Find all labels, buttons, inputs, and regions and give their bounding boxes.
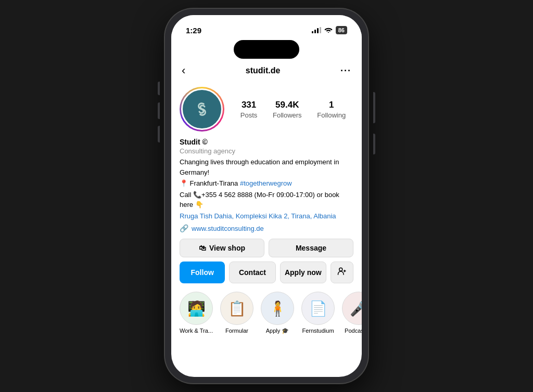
nav-bar: ‹ studit.de ··· [171, 59, 362, 83]
following-label: Following [317, 111, 346, 119]
svg-point-2 [339, 268, 342, 271]
highlight-circle-apply: 🧍 [261, 292, 294, 325]
wifi-icon [324, 27, 333, 34]
back-button[interactable]: ‹ [182, 64, 185, 77]
volume-up-button[interactable] [158, 102, 160, 119]
highlight-apply[interactable]: 🧍 Apply 🎓 [261, 292, 294, 334]
hashtag-link[interactable]: #togetherwegrow [240, 179, 292, 187]
highlight-label-apply: Apply 🎓 [266, 328, 289, 334]
profile-logo [189, 96, 215, 122]
apply-now-button[interactable]: Apply now [280, 262, 326, 283]
apply-emoji: 🧍 [269, 300, 287, 317]
followers-stat[interactable]: 59.4K Followers [273, 100, 302, 119]
highlight-circle-podcast: 🎤 [342, 292, 362, 325]
power-button[interactable] [373, 92, 375, 123]
highlight-label-fern: Fernstudium [302, 328, 334, 334]
highlight-podcast[interactable]: 🎤 Podcast 🎙 [342, 292, 362, 334]
website-row: 🔗 www.studitconsulting.de [180, 224, 353, 232]
add-person-button[interactable] [331, 262, 353, 283]
svg-point-0 [327, 32, 329, 32]
avatar-inner [181, 88, 223, 130]
highlight-circle-work: 🧑‍💻 [180, 292, 213, 325]
following-count: 1 [329, 100, 334, 110]
stats-row: 331 Posts 59.4K Followers 1 Following [233, 100, 353, 119]
volume-down-button[interactable] [158, 126, 160, 142]
following-stat[interactable]: 1 Following [317, 100, 346, 119]
shop-icon: 🛍 [199, 244, 206, 252]
address-link[interactable]: Rruga Tish Dahia, Kompleksi Kika 2, Tira… [180, 212, 336, 220]
bio-address[interactable]: Rruga Tish Dahia, Kompleksi Kika 2, Tira… [180, 211, 353, 221]
highlight-formular[interactable]: 📋 Formular [220, 292, 253, 334]
highlight-circle-formular: 📋 [220, 292, 253, 325]
bio-line2: 📍 Frankfurt-Tirana #togetherwegrow [180, 178, 353, 189]
avatar[interactable] [180, 87, 224, 132]
highlight-label-formular: Formular [225, 328, 248, 334]
highlight-fern[interactable]: 📄 Fernstudium [301, 292, 335, 334]
profile-category[interactable]: Consulting agency [180, 147, 353, 155]
top-btn-row: 🛍 View shop Message [180, 239, 353, 257]
work-emoji: 🧑‍💻 [187, 300, 206, 317]
more-options-button[interactable]: ··· [340, 66, 351, 76]
podcast-emoji: 🎤 [350, 300, 362, 317]
profile-top: 331 Posts 59.4K Followers 1 Following [180, 87, 353, 132]
highlight-work[interactable]: 🧑‍💻 Work & Tra... [180, 292, 213, 334]
fern-emoji: 📄 [309, 300, 327, 317]
battery-indicator: 86 [336, 26, 347, 34]
contact-button[interactable]: Contact [229, 262, 275, 283]
profile-section: 331 Posts 59.4K Followers 1 Following [171, 83, 362, 132]
follow-button[interactable]: Follow [180, 262, 225, 283]
formular-emoji: 📋 [228, 300, 246, 317]
bottom-btn-row: Follow Contact Apply now [180, 262, 353, 283]
posts-stat[interactable]: 331 Posts [240, 100, 258, 119]
view-shop-button[interactable]: 🛍 View shop [180, 239, 264, 257]
message-button[interactable]: Message [269, 239, 353, 257]
page-title: studit.de [246, 66, 281, 75]
status-icons: 86 [312, 26, 347, 34]
website-link[interactable]: www.studitconsulting.de [192, 225, 264, 232]
status-time: 1:29 [186, 26, 201, 35]
link-icon: 🔗 [180, 224, 188, 232]
action-buttons: 🛍 View shop Message Follow Contact Apply… [171, 232, 362, 283]
add-person-icon [337, 267, 347, 276]
silent-switch[interactable] [158, 82, 160, 95]
bio-line1: Changing lives through education and emp… [180, 157, 353, 177]
dynamic-island [234, 40, 299, 59]
bio-section: Studit © Consulting agency Changing live… [171, 138, 362, 232]
bio-line3: Call 📞+355 4 562 8888 (Mo-Fr 09:00-17:00… [180, 190, 353, 210]
view-shop-label: View shop [209, 244, 245, 252]
highlight-label-work: Work & Tra... [180, 328, 213, 334]
highlights-row: 🧑‍💻 Work & Tra... 📋 Formular 🧍 Apply 🎓 📄 [171, 283, 362, 334]
highlight-label-podcast: Podcast 🎙 [345, 328, 362, 334]
power-button2 [373, 134, 375, 154]
followers-label: Followers [273, 111, 302, 119]
followers-count: 59.4K [275, 100, 299, 110]
posts-label: Posts [240, 111, 258, 119]
status-bar: 1:29 86 [171, 15, 362, 38]
posts-count: 331 [242, 100, 256, 110]
signal-icon [312, 27, 321, 33]
highlight-circle-fern: 📄 [301, 292, 335, 325]
profile-name: Studit © [180, 138, 353, 146]
